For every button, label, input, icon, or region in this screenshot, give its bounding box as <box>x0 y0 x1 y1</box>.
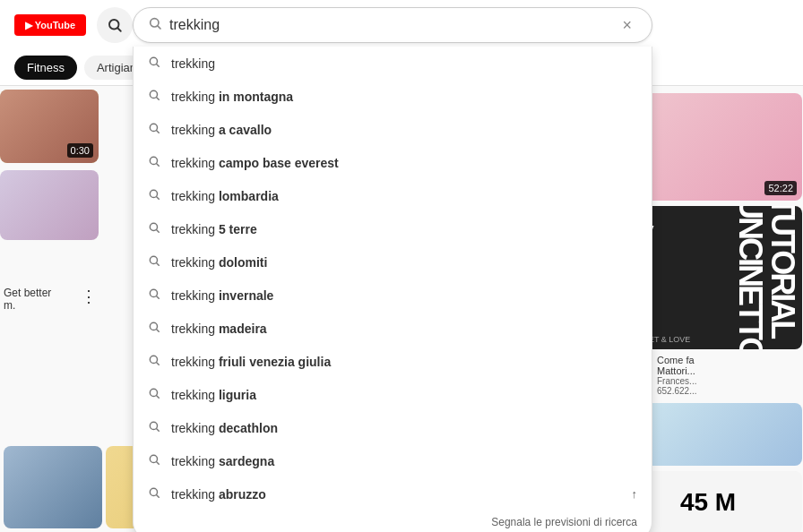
svg-line-16 <box>157 197 160 200</box>
svg-line-20 <box>157 263 160 266</box>
dropdown-item-3[interactable]: trekking campo base everest <box>134 146 652 179</box>
dropdown-item-text-11: trekking decathlon <box>171 421 278 435</box>
dropdown-item-11[interactable]: trekking decathlon <box>134 411 652 444</box>
dropdown-item-2[interactable]: trekking a cavallo <box>134 113 652 146</box>
dropdown-item-8[interactable]: trekking madeira <box>134 312 652 345</box>
svg-line-12 <box>157 131 160 133</box>
svg-line-30 <box>157 429 160 432</box>
dropdown-item-13[interactable]: trekking abruzzo ↑ <box>134 477 652 511</box>
dropdown-search-icon-8 <box>148 321 160 336</box>
svg-line-3 <box>117 28 120 30</box>
logo: ▶ YouTube <box>14 14 86 36</box>
dropdown-item-text-7: trekking invernale <box>171 288 273 303</box>
top-bar: ▶ YouTube × <box>0 0 803 50</box>
svg-line-10 <box>157 98 160 100</box>
dropdown-item-0[interactable]: trekking <box>134 47 652 80</box>
svg-line-28 <box>157 396 160 399</box>
search-box: × <box>133 7 652 43</box>
dropdown-item-text-9: trekking friuli venezia giulia <box>171 355 331 369</box>
svg-line-26 <box>157 363 160 365</box>
svg-line-34 <box>157 495 160 498</box>
search-icon <box>148 16 162 34</box>
dropdown-item-9[interactable]: trekking friuli venezia giulia <box>134 345 652 378</box>
dropdown-search-icon-7 <box>148 287 160 303</box>
dropdown-search-icon-4 <box>148 188 160 203</box>
search-dropdown: trekking trekking in montagna trekking a… <box>133 47 652 532</box>
video-caption: Get better <box>4 287 51 299</box>
dropdown-search-icon-3 <box>148 155 160 170</box>
video-caption-2: m. <box>4 299 51 312</box>
svg-line-14 <box>157 164 160 167</box>
dropdown-item-text-2: trekking a cavallo <box>171 123 272 137</box>
dropdown-item-6[interactable]: trekking dolomiti <box>134 245 652 279</box>
dropdown-search-icon-11 <box>148 420 160 435</box>
svg-line-1 <box>158 26 160 29</box>
dropdown-item-text-3: trekking campo base everest <box>171 156 339 170</box>
dropdown-search-icon-9 <box>148 354 160 369</box>
dropdown-search-icon-13 <box>148 486 160 502</box>
tab-fitness[interactable]: Fitness <box>14 56 77 80</box>
dropdown-item-4[interactable]: trekking lombardia <box>134 179 652 212</box>
dropdown-item-text-1: trekking in montagna <box>171 90 293 104</box>
dropdown-search-icon-6 <box>148 254 160 270</box>
dropdown-item-text-13: trekking abruzzo <box>171 487 266 502</box>
dropdown-item-text-12: trekking sardegna <box>171 454 274 468</box>
dropdown-item-10[interactable]: trekking liguria <box>134 378 652 411</box>
dropdown-item-12[interactable]: trekking sardegna <box>134 444 652 477</box>
dropdown-footer[interactable]: Segnala le previsioni di ricerca <box>134 511 652 532</box>
svg-line-8 <box>157 64 160 67</box>
search-input[interactable] <box>169 17 609 33</box>
dropdown-item-text-0: trekking <box>171 56 215 71</box>
svg-line-22 <box>157 296 160 299</box>
dropdown-search-icon-2 <box>148 122 160 137</box>
svg-line-18 <box>157 230 160 233</box>
svg-line-24 <box>157 330 160 332</box>
clear-button[interactable]: × <box>617 14 637 37</box>
right-video-title: Come fa Mattori... <box>657 355 696 376</box>
dropdown-item-text-4: trekking lombardia <box>171 189 279 203</box>
dropdown-search-icon-5 <box>148 221 160 236</box>
timestamp-badge-2: 52:22 <box>764 181 797 195</box>
dropdown-item-text-8: trekking madeira <box>171 322 267 336</box>
dropdown-item-text-5: trekking 5 terre <box>171 222 257 236</box>
dropdown-item-text-10: trekking liguria <box>171 388 256 402</box>
dropdown-search-icon-1 <box>148 89 160 104</box>
dropdown-search-icon-0 <box>148 56 160 71</box>
dropdown-item-text-6: trekking dolomiti <box>171 255 267 270</box>
dropdown-item-5[interactable]: trekking 5 terre <box>134 212 652 245</box>
right-channel: Frances... 652.622... <box>657 376 696 396</box>
dropdown-item-7[interactable]: trekking invernale <box>134 279 652 312</box>
dropdown-search-icon-10 <box>148 387 160 402</box>
timestamp-badge: 0:30 <box>67 143 93 158</box>
search-button[interactable] <box>97 7 133 43</box>
dropdown-item-1[interactable]: trekking in montagna <box>134 80 652 113</box>
dropdown-search-icon-12 <box>148 453 160 468</box>
more-icon[interactable]: ⋮ <box>81 287 97 305</box>
svg-line-32 <box>157 462 160 465</box>
